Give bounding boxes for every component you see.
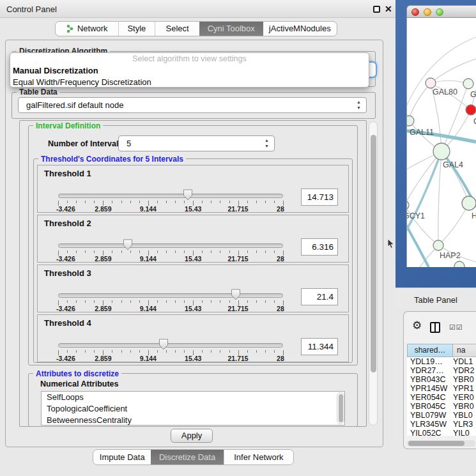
cell-name: YER0: [453, 393, 476, 402]
axis-label: 9.144: [140, 305, 157, 312]
network-node[interactable]: [433, 143, 450, 160]
threshold-label: Threshold 2: [44, 219, 91, 228]
threshold-value-box[interactable]: 21.4: [301, 288, 338, 305]
attribute-list-item[interactable]: TopologicalCoefficient: [42, 403, 344, 415]
threshold-value-box[interactable]: 6.316: [301, 238, 338, 256]
network-icon: [66, 24, 74, 33]
network-node[interactable]: [407, 201, 409, 210]
network-node[interactable]: [433, 240, 443, 250]
gear-icon[interactable]: ⚙: [412, 320, 422, 331]
tab-jactivemnodules[interactable]: jActiveMNodules: [263, 22, 337, 36]
slider-tick: [157, 250, 158, 253]
close-traffic-light[interactable]: [411, 8, 419, 16]
tab-infer-network[interactable]: Infer Network: [224, 450, 293, 464]
axis-label: 21.715: [228, 255, 249, 263]
popup-option-equal-width[interactable]: Equal Width/Frequency Discretization: [10, 77, 369, 88]
axis-label: 2.859: [95, 355, 111, 362]
threshold-value-box[interactable]: 14.713: [301, 188, 338, 206]
table-row[interactable]: YER054CYER0: [407, 393, 476, 402]
table-hscrollbar[interactable]: [407, 440, 475, 447]
slider-track[interactable]: [58, 194, 283, 198]
axis-label: 15.43: [185, 255, 201, 263]
table-row[interactable]: YDL19…YDL1: [407, 357, 476, 366]
threshold-blocks: Threshold 1-3.4262.8599.14415.4321.71528…: [37, 165, 349, 364]
threshold-value-box[interactable]: 11.344: [301, 338, 338, 355]
slider-tick: [166, 201, 167, 203]
tab-select[interactable]: Select: [155, 22, 199, 36]
slider-tick: [247, 350, 248, 353]
slider-tick: [94, 300, 95, 303]
slider-tick: [67, 350, 68, 353]
table-rows[interactable]: YDL19…YDL1YDR27…YDR2YBR043CYBR0YPR145WYP…: [407, 357, 476, 436]
threshold-label: Threshold 4: [44, 318, 91, 328]
network-node[interactable]: [462, 196, 476, 210]
table-panel-box: ⚙ ☑☑ shared… na YDL19…YDL1YDR27…YDR2YBR0…: [403, 311, 476, 449]
table-row[interactable]: YBL079WYBL0: [407, 411, 476, 420]
slider-tick: [229, 250, 230, 253]
tab-network[interactable]: Network: [56, 22, 118, 36]
number-of-intervals-combo[interactable]: 5 ▲▼: [118, 135, 275, 151]
column-header-name[interactable]: na: [453, 344, 476, 357]
table-row[interactable]: YIL052CYIL0: [407, 429, 476, 436]
tab-style[interactable]: Style: [118, 22, 155, 36]
tab-impute-data-label: Impute Data: [100, 450, 145, 464]
top-tab-bar: Network Style Select Cyni Toolbox jActiv…: [55, 21, 337, 36]
apply-button[interactable]: Apply: [171, 429, 213, 443]
network-node[interactable]: [463, 79, 473, 89]
numerical-attributes-list[interactable]: SelfLoopsTopologicalCoefficientBetweenne…: [41, 391, 345, 426]
network-node[interactable]: [407, 116, 414, 126]
attributes-scrollbar-thumb[interactable]: [339, 394, 343, 422]
axis-label: 28: [277, 355, 284, 362]
table-hscrollbar-thumb[interactable]: [408, 441, 464, 446]
maximize-traffic-light[interactable]: [436, 8, 443, 16]
settings-scrollbar-thumb[interactable]: [371, 135, 376, 372]
slider-track[interactable]: [58, 243, 283, 248]
columns-icon[interactable]: [430, 322, 440, 333]
attribute-list-item[interactable]: SelfLoops: [42, 392, 344, 403]
settings-scrollbar[interactable]: [369, 121, 378, 426]
network-node[interactable]: [426, 78, 436, 88]
close-icon[interactable]: ✕: [385, 4, 392, 14]
table-row[interactable]: YLR345WYLR3: [407, 420, 476, 429]
slider-tick: [67, 250, 68, 253]
popup-option-manual[interactable]: Manual Discretization: [10, 65, 369, 77]
network-node[interactable]: [466, 105, 476, 115]
slider-thumb[interactable]: [183, 189, 193, 201]
select-columns-icon[interactable]: ☑☑: [449, 323, 463, 332]
tab-impute-data[interactable]: Impute Data: [93, 450, 151, 464]
attribute-list-item[interactable]: BetweennessCentrality: [42, 415, 344, 426]
slider-thumb[interactable]: [231, 289, 241, 300]
slider-tick: [256, 250, 257, 253]
slider-tick: [184, 201, 185, 203]
slider-tick: [229, 201, 230, 203]
column-header-shared[interactable]: shared…: [407, 344, 453, 357]
threshold-label: Threshold 3: [44, 268, 91, 278]
table-row[interactable]: YBR045CYBR0: [407, 402, 476, 411]
table-row[interactable]: YBR043CYBR0: [407, 375, 476, 384]
network-window-titlebar: [406, 5, 476, 18]
slider-tick: [256, 350, 257, 353]
network-node[interactable]: [454, 261, 464, 267]
network-node-label: HAP2: [440, 251, 461, 260]
slider-thumb[interactable]: [123, 239, 133, 250]
thresholds-group-title: Threshold's Coordinates for 5 Intervals: [38, 155, 186, 164]
slider-tick: [274, 300, 275, 303]
network-node-label: GCY1: [407, 211, 425, 220]
minimize-traffic-light[interactable]: [424, 8, 431, 16]
network-edge: [431, 81, 468, 84]
table-data-combo[interactable]: galFiltered.sif default node ▲▼: [18, 97, 367, 113]
slider-tick: [166, 350, 167, 353]
table-row[interactable]: YDR27…YDR2: [407, 366, 476, 375]
network-edge: [407, 220, 429, 267]
slider-track[interactable]: [58, 293, 283, 298]
threshold-block-1: Threshold 1-3.4262.8599.14415.4321.71528…: [37, 165, 349, 213]
slider-track[interactable]: [58, 343, 283, 348]
table-row[interactable]: YPR145WYPR1: [407, 384, 476, 393]
tab-discretize-data[interactable]: Discretize Data: [151, 450, 223, 464]
slider-thumb[interactable]: [158, 339, 169, 350]
slider-tick: [157, 201, 158, 203]
tab-cyni-toolbox[interactable]: Cyni Toolbox: [199, 22, 263, 36]
attributes-scrollbar[interactable]: [337, 392, 344, 424]
float-window-icon[interactable]: [373, 6, 380, 13]
network-canvas[interactable]: GAL80GACGAL11GAL4HGCY1HAP2: [406, 18, 476, 267]
